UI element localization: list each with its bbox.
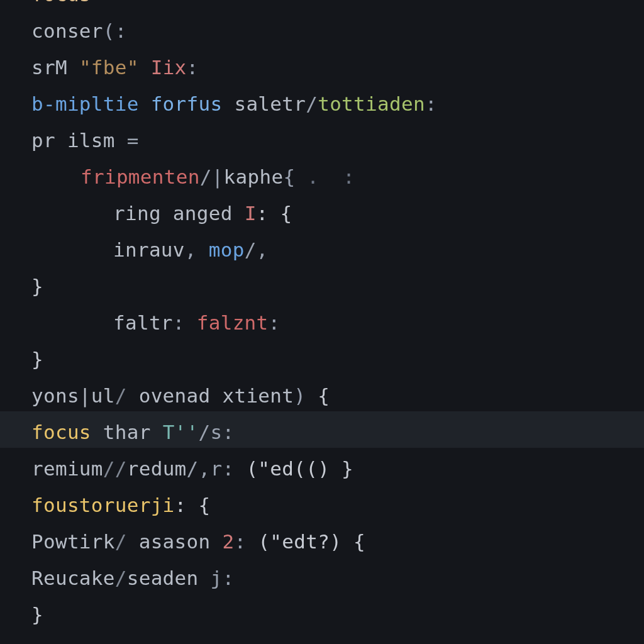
token: thar [103,421,151,443]
code-line: focus [31,0,644,13]
token-brace: { [306,384,330,407]
code-line: focus thar T''/s: [31,414,644,450]
token-brace: } [31,348,43,370]
token: kaphe [224,165,284,188]
token-punct: (: [103,19,127,42]
token: 2 [222,530,234,553]
code-line: inrauv, mop/, [31,231,644,268]
token-punct: : [234,530,246,553]
token: yons|ul [31,384,115,407]
token: conser [31,19,103,42]
token-punct: : [222,567,234,589]
token-punct: ) [294,384,306,407]
token: saletr [234,92,306,115]
token-brace: } [31,275,43,297]
code-line: } [31,596,644,633]
token: faltr [113,311,173,334]
token-keyword: focus [31,421,91,443]
code-line: srM "fbe" Iix: [31,49,644,86]
token: b-mipltie [31,92,139,115]
token-brace: { [341,530,365,553]
token: /,r: [187,457,235,480]
token-brace: { [283,165,295,188]
token-brace: : { [175,494,211,516]
token: ilsm [67,129,115,152]
code-line: fripmenten/|kaphe{ . : [31,158,644,195]
token-dim: . : [295,165,355,188]
token-punct: / [306,92,318,115]
token: ring [113,202,161,225]
token-punct: // [103,457,127,480]
token-punct: : [269,311,280,334]
token-op: = [127,129,139,152]
token: asason [139,530,211,553]
token: fripmenten [80,165,200,188]
token: /s: [199,421,235,443]
code-lines: focus conser(: srM "fbe" Iix: b-mipltie … [31,0,644,633]
code-editor[interactable]: focus conser(: srM "fbe" Iix: b-mipltie … [0,0,644,620]
token-punct: / [115,530,127,553]
token-punct: /, [245,238,269,261]
token-keyword: foustoruerji [31,494,175,516]
token: anged [173,202,233,225]
token: ("ed(() } [246,457,353,480]
token-punct: : { [257,202,292,225]
code-line: pr ilsm = [31,122,644,158]
token: Iix [151,56,187,79]
code-line: b-mipltie forfus saletr/tottiaden: [31,86,644,122]
code-line: remium//redum/,r: ("ed(() } [31,450,644,487]
token: j [210,567,222,589]
token-punct: /| [200,165,224,188]
token-punct: : [187,56,199,79]
token: inrauv [113,238,185,261]
token-string: "fbe" [79,56,139,79]
code-line: faltr: falznt: [31,304,644,341]
code-line: foustoruerji: { [31,487,644,523]
token-punct: / [115,567,127,589]
code-line: } [31,268,644,304]
token: T'' [163,421,199,443]
token: I [245,202,257,225]
token: ovenad [139,384,211,407]
token: xtient [222,384,294,407]
token: remium [31,457,103,480]
code-line: Reucake/seaden j: [31,560,644,596]
code-line: ring anged I: { [31,195,644,231]
token: tottiaden [318,92,425,115]
token: Reucake [31,567,115,589]
token: mop [209,238,245,261]
code-line: conser(: [31,13,644,49]
token-punct: , [185,238,197,261]
token-punct: : [173,311,185,334]
token-punct: : [425,92,437,115]
code-line: } [31,341,644,377]
token-brace: } [31,603,43,626]
code-line: yons|ul/ ovenad xtient) { [31,377,644,414]
token: pr [31,129,55,152]
token: Powtirk [31,530,115,553]
token: falznt [197,311,269,334]
token: srM [31,56,67,79]
token: seaden [127,567,199,589]
token: redum [127,457,187,480]
token-punct: / [115,384,127,407]
token-keyword: focus [31,0,91,6]
token: ("edt?) [258,530,341,553]
token: forfus [151,92,223,115]
code-line: Powtirk/ asason 2: ("edt?) { [31,523,644,560]
